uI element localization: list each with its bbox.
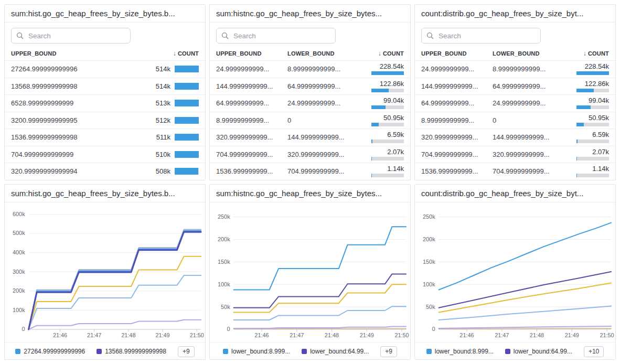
upper-bound-value: 8.99999999999... [216,116,287,124]
upper-bound-value: 320.9999999999... [216,133,287,141]
legend-overflow-button[interactable]: +9 [178,346,195,357]
timeseries-chart[interactable]: 050k100k150k200k250k21:4621:4721:4821:49… [415,202,615,342]
table-row[interactable]: 13568.999999999998514k [5,78,205,95]
legend-item[interactable]: 27264.999999999996 [15,348,85,355]
count-bar [175,100,199,106]
table-row[interactable]: 27264.999999999996514k [5,60,205,78]
table-row[interactable]: 64.9999999999...24.9999999999...99.04k [210,94,410,112]
table-row[interactable]: 320.9999999999...144.9999999999...6.59k [415,129,615,146]
series-line[interactable] [29,232,201,329]
count-bar [576,105,609,109]
y-tick-label: 100k [218,281,230,287]
count-value: 1.14k [592,165,609,173]
table-row[interactable]: 320.99999999999994508k [5,163,205,180]
upper-bound-value: 64.9999999999... [216,99,287,107]
table-row[interactable]: 3200.9999999999995512k [5,112,205,129]
table-row[interactable]: 1536.9999999999998511k [5,129,205,146]
legend-swatch [97,349,102,354]
series-line[interactable] [29,320,201,329]
count-cell: 99.04k [371,97,404,109]
table-row[interactable]: 704.9999999999999510k [5,146,205,163]
series-line[interactable] [234,274,407,307]
lower-bound-value: 320.9999999999... [493,151,576,158]
column-header-lower-bound[interactable]: LOWER_BOUND [287,50,378,57]
table-row[interactable]: 8.99999999999...050.95k [415,112,615,129]
count-cell: 1.14k [576,165,609,177]
panel-title: count:distrib.go_gc_heap_frees_by_size_b… [415,185,615,202]
table-row[interactable]: 144.9999999999...64.9999999999...122.86k [415,78,615,95]
count-cell: 122.86k [371,80,404,92]
series-line[interactable] [439,272,612,308]
table-row[interactable]: 8.99999999999...050.95k [210,112,410,129]
column-header-count[interactable]: ↓COUNT [173,50,199,57]
column-header-upper-bound[interactable]: UPPER_BOUND [421,50,493,57]
search-box[interactable] [11,28,131,44]
column-header-upper-bound[interactable]: UPPER_BOUND [216,50,287,57]
series-line[interactable] [29,230,201,329]
series-line[interactable] [439,328,612,329]
search-box[interactable] [216,28,336,44]
count-bar [175,134,199,141]
legend-overflow-button[interactable]: +10 [584,346,604,357]
dashboard-grid: sum:hist.go_gc_heap_frees_by_size_bytes.… [0,0,620,364]
table-row[interactable]: 6528.999999999999513k [5,94,205,112]
upper-bound-value: 144.9999999999... [421,82,493,90]
y-tick-label: 50k [426,304,435,310]
y-tick-label: 200k [218,236,230,242]
table-row[interactable]: 320.9999999999...144.9999999999...6.59k [210,129,410,146]
upper-bound-value: 27264.999999999996 [11,65,152,73]
search-box[interactable] [421,28,541,44]
y-tick-label: 0 [432,326,435,332]
count-bar [371,174,404,177]
column-header-upper-bound[interactable]: UPPER_BOUND [11,50,173,57]
upper-bound-value: 1536.9999999999998 [11,133,152,141]
series-line[interactable] [29,231,201,330]
timeseries-chart[interactable]: 0100k200k300k400k500k600k21:4621:4721:48… [5,202,205,342]
panel-title: sum:hist.go_gc_heap_frees_by_size_bytes.… [5,185,205,202]
series-line[interactable] [439,223,612,290]
series-line[interactable] [234,326,407,328]
table-body: 27264.999999999996514k13568.999999999998… [5,60,205,180]
search-input[interactable] [437,31,536,40]
search-input[interactable] [27,31,125,40]
series-line[interactable] [439,326,612,328]
series-line[interactable] [234,306,407,320]
upper-bound-value: 704.9999999999... [421,151,493,158]
table-row[interactable]: 704.9999999999...320.9999999999...2.07k [210,146,410,163]
upper-bound-value: 704.9999999999... [216,151,287,158]
table-row[interactable]: 24.9999999999...8.99999999999...228.54k [210,60,410,78]
count-cell: 228.54k [576,63,609,75]
legend-item[interactable]: lower_bound:8.999... [426,348,494,355]
y-tick-label: 200k [13,287,25,294]
legend-overflow-button[interactable]: +9 [380,346,397,357]
x-tick-label: 21:48 [530,332,544,338]
series-line[interactable] [29,230,201,329]
sort-desc-icon: ↓ [173,50,176,57]
x-tick-label: 21:46 [459,332,474,338]
table-row[interactable]: 704.9999999999...320.9999999999...2.07k [415,146,615,163]
count-bar [175,66,199,72]
count-bar [175,168,199,175]
table-row[interactable]: 24.9999999999...8.99999999999...228.54k [415,60,615,78]
series-line[interactable] [234,227,407,290]
y-tick-label: 150k [218,259,230,265]
table-row[interactable]: 1536.999999999...704.9999999999...1.14k [415,163,615,180]
table-row[interactable]: 64.9999999999...24.9999999999...99.04k [415,94,615,112]
search-wrap [5,23,205,47]
count-cell: 6.59k [371,131,404,143]
search-input[interactable] [232,31,330,40]
legend-item[interactable]: lower_bound:8.999... [223,348,290,355]
table-row[interactable]: 1536.999999999...704.9999999999...1.14k [210,163,410,180]
table-row[interactable]: 144.9999999999...64.9999999999...122.86k [210,78,410,95]
column-header-lower-bound[interactable]: LOWER_BOUND [493,50,583,57]
count-cell: 514k [152,82,199,90]
column-header-count[interactable]: ↓COUNT [378,50,404,57]
legend-item[interactable]: 13568.999999999998 [97,348,166,355]
legend-item[interactable]: lower_bound:64.99... [302,348,369,355]
y-tick-label: 100k [423,281,435,287]
count-cell: 514k [152,65,199,73]
timeseries-chart[interactable]: 050k100k150k200k250k21:4621:4721:4821:49… [210,202,410,342]
table-header: UPPER_BOUND LOWER_BOUND ↓COUNT [210,47,410,60]
legend-item[interactable]: lower_bound:64.99... [505,348,572,355]
column-header-count[interactable]: ↓COUNT [583,50,609,57]
